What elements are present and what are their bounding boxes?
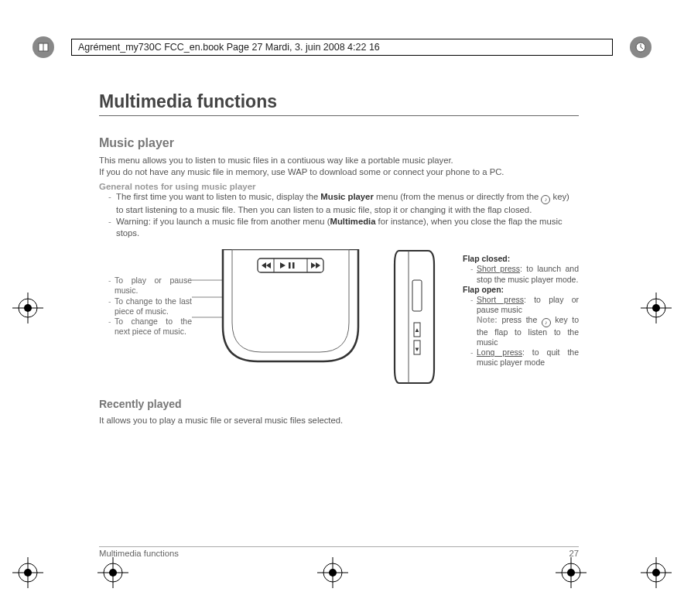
- svg-point-8: [24, 569, 32, 577]
- section-recently-played: Recently played It allows you to play a …: [99, 398, 579, 426]
- svg-text:▲: ▲: [414, 327, 420, 334]
- clock-icon: [630, 36, 652, 58]
- svg-point-9: [19, 563, 37, 582]
- regmark-icon: [556, 557, 587, 588]
- general-notes-title: General notes for using music player: [99, 182, 579, 191]
- doc-header: Agrément_my730C FCC_en.book Page 27 Mard…: [32, 36, 652, 59]
- flap-closed-heading: Flap closed:: [463, 254, 579, 264]
- page-content: Multimedia functions Music player This m…: [99, 91, 579, 426]
- svg-point-21: [562, 563, 580, 582]
- book-icon: [32, 36, 54, 58]
- regmark-icon: [641, 557, 672, 588]
- footer-page-number: 27: [569, 549, 579, 558]
- svg-point-16: [329, 569, 337, 577]
- left-callouts: To play or pause music. To change to the…: [99, 275, 192, 337]
- regmark-icon: [12, 293, 43, 323]
- svg-point-4: [652, 304, 660, 312]
- svg-point-5: [647, 299, 665, 317]
- svg-point-12: [109, 569, 117, 577]
- note-item-1: The first time you want to listen to mus…: [108, 191, 579, 216]
- note-item-2: Warning: if you launch a music file from…: [108, 216, 579, 238]
- flap-closed-item: Short press: to launch and stop the musi…: [470, 264, 579, 284]
- svg-text:▼: ▼: [414, 346, 420, 353]
- regmark-icon: [317, 557, 348, 588]
- music-key-icon: ♪: [541, 195, 550, 204]
- page-footer: Multimedia functions 27: [99, 546, 579, 558]
- intro-line-1: This menu allows you to listen to music …: [99, 155, 579, 166]
- section-music-player-title: Music player: [99, 136, 579, 150]
- regmark-icon: [641, 293, 672, 323]
- svg-point-25: [647, 563, 665, 582]
- right-callouts: Flap closed: Short press: to launch and …: [463, 254, 579, 368]
- flap-open-item-2: Long press: to quit the music player mod…: [470, 347, 579, 368]
- callout-prev: To change to the last piece of music.: [108, 296, 192, 317]
- page-title: Multimedia functions: [99, 91, 579, 116]
- svg-point-17: [323, 563, 342, 582]
- recently-played-title: Recently played: [99, 398, 579, 410]
- regmark-icon: [12, 557, 43, 588]
- phone-diagram: To play or pause music. To change to the…: [99, 249, 579, 388]
- phone-side-illustration: ▲ ▼: [393, 249, 436, 385]
- svg-point-0: [24, 304, 32, 312]
- phone-bottom-illustration: [215, 249, 366, 365]
- callout-play-pause: To play or pause music.: [108, 275, 192, 296]
- svg-point-13: [104, 563, 122, 582]
- svg-point-20: [567, 569, 575, 577]
- general-notes-list: The first time you want to listen to mus…: [99, 191, 579, 238]
- svg-point-24: [652, 569, 660, 577]
- music-key-icon: ♪: [542, 318, 551, 327]
- recently-played-body: It allows you to play a music file or se…: [99, 415, 579, 426]
- intro-line-2: If you do not have any music file in mem…: [99, 166, 579, 178]
- svg-rect-36: [289, 262, 291, 269]
- flap-open-item-1: Short press: to play or pause music Note…: [470, 295, 579, 348]
- flap-open-heading: Flap open:: [463, 285, 579, 295]
- regmark-icon: [97, 557, 128, 588]
- svg-rect-37: [292, 262, 295, 269]
- callout-next: To change to the next piece of music.: [108, 317, 192, 337]
- header-text: Agrément_my730C FCC_en.book Page 27 Mard…: [71, 39, 613, 56]
- header-label: Agrément_my730C FCC_en.book Page 27 Mard…: [78, 42, 380, 53]
- svg-point-1: [19, 299, 37, 317]
- footer-section-name: Multimedia functions: [99, 549, 179, 558]
